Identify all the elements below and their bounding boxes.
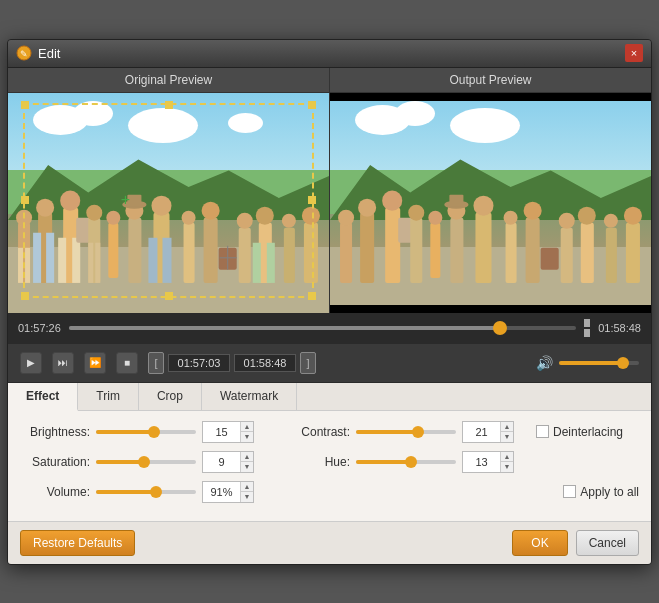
saturation-slider[interactable] (96, 460, 196, 464)
svg-point-77 (624, 206, 642, 224)
timeline-progress (69, 326, 500, 330)
window-title: Edit (38, 46, 625, 61)
volume-area: 🔊 (536, 355, 639, 371)
contrast-down[interactable]: ▼ (501, 432, 513, 442)
deinterlacing-checkbox-area[interactable]: Deinterlacing (536, 425, 623, 439)
preview-area: + (8, 93, 651, 313)
svg-rect-59 (450, 217, 463, 282)
end-bracket-icon[interactable]: ] (300, 352, 316, 374)
saturation-value: 9 (203, 456, 240, 468)
ok-button[interactable]: OK (512, 530, 567, 556)
svg-rect-48 (340, 222, 352, 282)
stop-button[interactable]: ■ (116, 352, 138, 374)
hue-up[interactable]: ▲ (501, 452, 513, 462)
volume-fill (559, 361, 623, 365)
volume-thumb[interactable] (617, 357, 629, 369)
svg-text:✎: ✎ (20, 49, 28, 59)
tab-crop[interactable]: Crop (139, 383, 202, 410)
crosshair: + (121, 191, 130, 209)
tab-watermark[interactable]: Watermark (202, 383, 297, 410)
vol-effect-thumb[interactable] (150, 486, 162, 498)
contrast-slider[interactable] (356, 430, 456, 434)
frame-forward-button[interactable]: ⏩ (84, 352, 106, 374)
bottom-bar: Restore Defaults OK Cancel (8, 521, 651, 564)
volume-row: Volume: 91% ▲ ▼ Apply to all (20, 481, 639, 503)
brightness-row: Brightness: 15 ▲ ▼ Contrast: (20, 421, 639, 443)
effect-tab-content: Brightness: 15 ▲ ▼ Contrast: (8, 411, 651, 521)
tab-effect[interactable]: Effect (8, 383, 78, 411)
contrast-spinbox[interactable]: 21 ▲ ▼ (462, 421, 514, 443)
saturation-label: Saturation: (20, 455, 90, 469)
trim-marker-top (584, 319, 590, 327)
brightness-spinbox[interactable]: 15 ▲ ▼ (202, 421, 254, 443)
crop-handle-bl[interactable] (21, 292, 29, 300)
start-time-input[interactable] (168, 354, 230, 372)
brightness-up[interactable]: ▲ (241, 422, 253, 432)
volume-slider[interactable] (559, 361, 639, 365)
hue-thumb[interactable] (405, 456, 417, 468)
timeline: 01:57:26 01:58:48 (8, 313, 651, 343)
apply-to-all-checkbox[interactable] (563, 485, 576, 498)
vol-effect-slider[interactable] (96, 490, 196, 494)
crop-handle-br[interactable] (308, 292, 316, 300)
crop-overlay[interactable]: + (23, 103, 314, 298)
volume-spinbox[interactable]: 91% ▲ ▼ (202, 481, 254, 503)
volume-up[interactable]: ▲ (241, 482, 253, 492)
title-bar: ✎ Edit × (8, 40, 651, 68)
hue-down[interactable]: ▼ (501, 462, 513, 472)
timeline-slider[interactable] (69, 326, 576, 330)
svg-point-66 (504, 210, 518, 224)
svg-rect-55 (410, 217, 422, 282)
contrast-up[interactable]: ▲ (501, 422, 513, 432)
apply-to-all-label: Apply to all (580, 485, 639, 499)
timeline-start-time: 01:57:26 (18, 322, 61, 334)
saturation-up[interactable]: ▲ (241, 452, 253, 462)
cancel-button[interactable]: Cancel (576, 530, 639, 556)
saturation-spinbox[interactable]: 9 ▲ ▼ (202, 451, 254, 473)
time-range: [ ] (148, 352, 316, 374)
vol-effect-fill (96, 490, 156, 494)
apply-to-all-checkbox-area[interactable]: Apply to all (563, 485, 639, 499)
bottom-right-buttons: OK Cancel (512, 530, 639, 556)
saturation-arrows: ▲ ▼ (240, 452, 253, 472)
original-preview-label: Original Preview (8, 68, 330, 92)
crop-handle-tr[interactable] (308, 101, 316, 109)
timeline-end-time: 01:58:48 (598, 322, 641, 334)
svg-rect-67 (526, 217, 540, 282)
original-preview: + (8, 93, 330, 313)
crop-handle-rm[interactable] (308, 196, 316, 204)
deinterlacing-checkbox[interactable] (536, 425, 549, 438)
svg-point-75 (604, 213, 618, 227)
timeline-thumb[interactable] (493, 321, 507, 335)
crop-handle-tm[interactable] (165, 101, 173, 109)
play-button[interactable]: ▶ (20, 352, 42, 374)
brightness-down[interactable]: ▼ (241, 432, 253, 442)
contrast-thumb[interactable] (412, 426, 424, 438)
crop-handle-lm[interactable] (21, 196, 29, 204)
svg-point-56 (408, 204, 424, 220)
tab-trim[interactable]: Trim (78, 383, 139, 410)
saturation-thumb[interactable] (138, 456, 150, 468)
hue-slider[interactable] (356, 460, 456, 464)
volume-down[interactable]: ▼ (241, 492, 253, 502)
svg-rect-74 (606, 227, 617, 282)
close-button[interactable]: × (625, 44, 643, 62)
svg-rect-63 (475, 212, 491, 282)
hue-spinbox[interactable]: 13 ▲ ▼ (462, 451, 514, 473)
crop-handle-tl[interactable] (21, 101, 29, 109)
svg-rect-57 (430, 222, 440, 277)
saturation-fill (96, 460, 144, 464)
brightness-arrows: ▲ ▼ (240, 422, 253, 442)
start-bracket-icon[interactable]: [ (148, 352, 164, 374)
svg-rect-50 (360, 212, 374, 282)
output-preview-label: Output Preview (330, 68, 651, 92)
brightness-slider[interactable] (96, 430, 196, 434)
end-time-input[interactable] (234, 354, 296, 372)
controls-bar: ▶ ⏭ ⏩ ■ [ ] 🔊 (8, 343, 651, 383)
crop-handle-bm[interactable] (165, 292, 173, 300)
saturation-down[interactable]: ▼ (241, 462, 253, 472)
deinterlacing-label: Deinterlacing (553, 425, 623, 439)
step-forward-button[interactable]: ⏭ (52, 352, 74, 374)
brightness-thumb[interactable] (148, 426, 160, 438)
restore-defaults-button[interactable]: Restore Defaults (20, 530, 135, 556)
